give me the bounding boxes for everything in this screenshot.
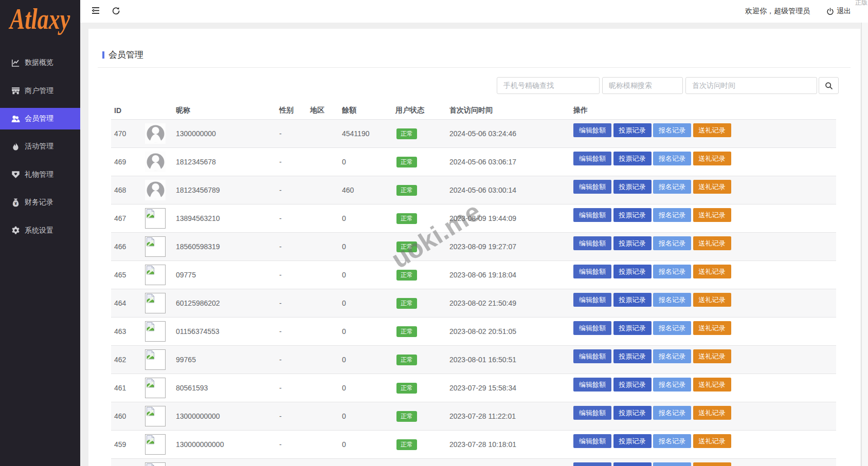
svg-text:¥: ¥ bbox=[14, 201, 17, 206]
